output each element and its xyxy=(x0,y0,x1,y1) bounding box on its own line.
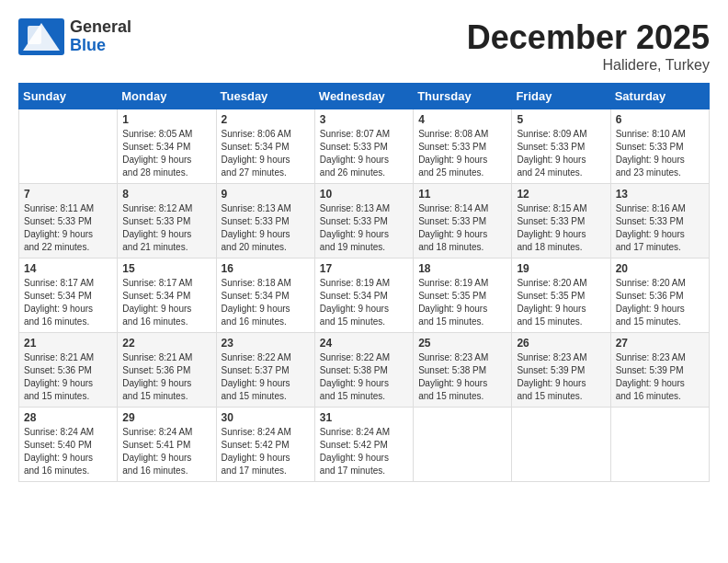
logo: General Blue xyxy=(18,18,131,55)
day-info: Sunrise: 8:24 AM Sunset: 5:40 PM Dayligh… xyxy=(24,426,112,477)
calendar-cell: 29Sunrise: 8:24 AM Sunset: 5:41 PM Dayli… xyxy=(118,408,216,482)
calendar-cell: 27Sunrise: 8:23 AM Sunset: 5:39 PM Dayli… xyxy=(610,333,709,408)
day-number: 30 xyxy=(222,411,310,424)
calendar-cell xyxy=(19,109,118,184)
svg-rect-2 xyxy=(28,26,41,44)
calendar-cell: 11Sunrise: 8:14 AM Sunset: 5:33 PM Dayli… xyxy=(414,184,512,259)
calendar-cell: 24Sunrise: 8:22 AM Sunset: 5:38 PM Dayli… xyxy=(314,333,413,408)
day-info: Sunrise: 8:18 AM Sunset: 5:34 PM Dayligh… xyxy=(222,277,310,328)
weekday-header-saturday: Saturday xyxy=(610,84,709,109)
day-number: 15 xyxy=(122,262,210,275)
day-number: 3 xyxy=(320,113,408,126)
day-number: 21 xyxy=(24,337,112,350)
day-info: Sunrise: 8:10 AM Sunset: 5:33 PM Dayligh… xyxy=(616,128,704,179)
day-info: Sunrise: 8:16 AM Sunset: 5:33 PM Dayligh… xyxy=(616,202,704,254)
day-number: 13 xyxy=(616,188,704,201)
day-number: 19 xyxy=(517,262,605,275)
day-info: Sunrise: 8:24 AM Sunset: 5:41 PM Dayligh… xyxy=(122,426,210,477)
day-info: Sunrise: 8:08 AM Sunset: 5:33 PM Dayligh… xyxy=(418,128,506,179)
calendar-cell: 23Sunrise: 8:22 AM Sunset: 5:37 PM Dayli… xyxy=(216,333,314,408)
day-number: 31 xyxy=(320,411,408,424)
calendar-cell: 14Sunrise: 8:17 AM Sunset: 5:34 PM Dayli… xyxy=(19,259,118,333)
calendar-cell: 25Sunrise: 8:23 AM Sunset: 5:38 PM Dayli… xyxy=(414,333,512,408)
day-info: Sunrise: 8:06 AM Sunset: 5:34 PM Dayligh… xyxy=(222,128,310,179)
day-number: 27 xyxy=(616,337,704,350)
day-info: Sunrise: 8:23 AM Sunset: 5:38 PM Dayligh… xyxy=(418,351,506,403)
calendar-cell: 12Sunrise: 8:15 AM Sunset: 5:33 PM Dayli… xyxy=(512,184,610,259)
day-info: Sunrise: 8:22 AM Sunset: 5:38 PM Dayligh… xyxy=(320,351,408,403)
day-number: 12 xyxy=(517,188,605,201)
calendar-cell: 21Sunrise: 8:21 AM Sunset: 5:36 PM Dayli… xyxy=(19,333,118,408)
calendar-cell xyxy=(512,408,610,482)
day-info: Sunrise: 8:17 AM Sunset: 5:34 PM Dayligh… xyxy=(122,277,210,328)
day-info: Sunrise: 8:11 AM Sunset: 5:33 PM Dayligh… xyxy=(24,202,112,254)
day-number: 25 xyxy=(418,337,506,350)
day-info: Sunrise: 8:24 AM Sunset: 5:42 PM Dayligh… xyxy=(320,426,408,477)
logo-general: General xyxy=(70,18,131,37)
day-number: 23 xyxy=(222,337,310,350)
day-info: Sunrise: 8:05 AM Sunset: 5:34 PM Dayligh… xyxy=(122,128,210,179)
week-row-4: 21Sunrise: 8:21 AM Sunset: 5:36 PM Dayli… xyxy=(19,333,710,408)
day-info: Sunrise: 8:12 AM Sunset: 5:33 PM Dayligh… xyxy=(122,202,210,254)
weekday-header-row: SundayMondayTuesdayWednesdayThursdayFrid… xyxy=(19,84,710,109)
calendar-cell: 31Sunrise: 8:24 AM Sunset: 5:42 PM Dayli… xyxy=(314,408,413,482)
day-number: 10 xyxy=(320,188,408,201)
logo-text: General Blue xyxy=(70,18,131,55)
calendar-cell: 30Sunrise: 8:24 AM Sunset: 5:42 PM Dayli… xyxy=(216,408,314,482)
day-info: Sunrise: 8:19 AM Sunset: 5:34 PM Dayligh… xyxy=(320,277,408,328)
day-info: Sunrise: 8:13 AM Sunset: 5:33 PM Dayligh… xyxy=(222,202,310,254)
day-info: Sunrise: 8:19 AM Sunset: 5:35 PM Dayligh… xyxy=(418,277,506,328)
calendar-cell: 8Sunrise: 8:12 AM Sunset: 5:33 PM Daylig… xyxy=(118,184,216,259)
calendar-cell: 20Sunrise: 8:20 AM Sunset: 5:36 PM Dayli… xyxy=(610,259,709,333)
logo-blue: Blue xyxy=(70,37,131,55)
day-number: 20 xyxy=(616,262,704,275)
day-number: 6 xyxy=(616,113,704,126)
week-row-2: 7Sunrise: 8:11 AM Sunset: 5:33 PM Daylig… xyxy=(19,184,710,259)
day-info: Sunrise: 8:20 AM Sunset: 5:35 PM Dayligh… xyxy=(517,277,605,328)
calendar-cell: 2Sunrise: 8:06 AM Sunset: 5:34 PM Daylig… xyxy=(216,109,314,184)
location: Halidere, Turkey xyxy=(467,57,710,74)
day-number: 5 xyxy=(517,113,605,126)
day-info: Sunrise: 8:21 AM Sunset: 5:36 PM Dayligh… xyxy=(24,351,112,403)
calendar-cell: 10Sunrise: 8:13 AM Sunset: 5:33 PM Dayli… xyxy=(314,184,413,259)
weekday-header-tuesday: Tuesday xyxy=(216,84,314,109)
day-info: Sunrise: 8:17 AM Sunset: 5:34 PM Dayligh… xyxy=(24,277,112,328)
calendar-cell: 7Sunrise: 8:11 AM Sunset: 5:33 PM Daylig… xyxy=(19,184,118,259)
weekday-header-friday: Friday xyxy=(512,84,610,109)
calendar-cell: 16Sunrise: 8:18 AM Sunset: 5:34 PM Dayli… xyxy=(216,259,314,333)
day-number: 9 xyxy=(222,188,310,201)
page-header: General Blue December 2025 Halidere, Tur… xyxy=(18,18,710,74)
calendar-cell: 4Sunrise: 8:08 AM Sunset: 5:33 PM Daylig… xyxy=(414,109,512,184)
day-info: Sunrise: 8:09 AM Sunset: 5:33 PM Dayligh… xyxy=(517,128,605,179)
day-number: 11 xyxy=(418,188,506,201)
calendar-cell: 17Sunrise: 8:19 AM Sunset: 5:34 PM Dayli… xyxy=(314,259,413,333)
calendar-cell: 3Sunrise: 8:07 AM Sunset: 5:33 PM Daylig… xyxy=(314,109,413,184)
calendar-cell: 22Sunrise: 8:21 AM Sunset: 5:36 PM Dayli… xyxy=(118,333,216,408)
calendar-cell: 15Sunrise: 8:17 AM Sunset: 5:34 PM Dayli… xyxy=(118,259,216,333)
day-number: 18 xyxy=(418,262,506,275)
week-row-5: 28Sunrise: 8:24 AM Sunset: 5:40 PM Dayli… xyxy=(19,408,710,482)
day-number: 8 xyxy=(122,188,210,201)
weekday-header-monday: Monday xyxy=(118,84,216,109)
day-info: Sunrise: 8:15 AM Sunset: 5:33 PM Dayligh… xyxy=(517,202,605,254)
month-title: December 2025 xyxy=(467,18,710,57)
calendar-cell: 9Sunrise: 8:13 AM Sunset: 5:33 PM Daylig… xyxy=(216,184,314,259)
day-number: 29 xyxy=(122,411,210,424)
day-info: Sunrise: 8:13 AM Sunset: 5:33 PM Dayligh… xyxy=(320,202,408,254)
weekday-header-sunday: Sunday xyxy=(19,84,118,109)
calendar-cell xyxy=(610,408,709,482)
day-number: 7 xyxy=(24,188,112,201)
day-info: Sunrise: 8:23 AM Sunset: 5:39 PM Dayligh… xyxy=(616,351,704,403)
day-number: 24 xyxy=(320,337,408,350)
day-info: Sunrise: 8:14 AM Sunset: 5:33 PM Dayligh… xyxy=(418,202,506,254)
day-info: Sunrise: 8:22 AM Sunset: 5:37 PM Dayligh… xyxy=(222,351,310,403)
day-number: 16 xyxy=(222,262,310,275)
calendar-cell: 19Sunrise: 8:20 AM Sunset: 5:35 PM Dayli… xyxy=(512,259,610,333)
day-number: 14 xyxy=(24,262,112,275)
week-row-3: 14Sunrise: 8:17 AM Sunset: 5:34 PM Dayli… xyxy=(19,259,710,333)
calendar-cell: 6Sunrise: 8:10 AM Sunset: 5:33 PM Daylig… xyxy=(610,109,709,184)
title-block: December 2025 Halidere, Turkey xyxy=(467,18,710,74)
calendar-cell: 26Sunrise: 8:23 AM Sunset: 5:39 PM Dayli… xyxy=(512,333,610,408)
day-number: 4 xyxy=(418,113,506,126)
logo-icon xyxy=(18,18,64,55)
